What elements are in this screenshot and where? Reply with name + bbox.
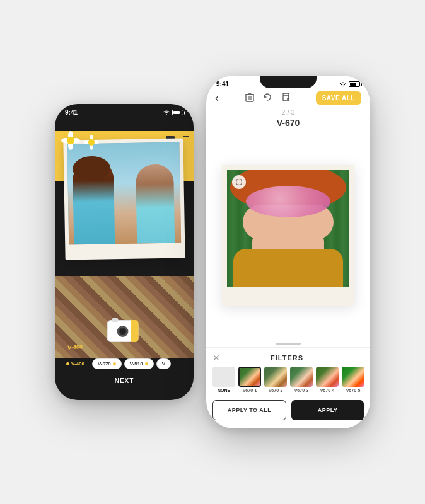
next-button[interactable]: NEXT: [64, 372, 184, 389]
bubble-gum: [246, 186, 330, 217]
right-time: 9:41: [216, 81, 229, 88]
filter-tab-label-2: V-510: [130, 361, 143, 367]
copy-icon[interactable]: [281, 93, 289, 103]
trash-icon[interactable]: [245, 92, 254, 104]
filter-v670-5-label: V670-5: [346, 388, 361, 392]
filters-row: NONE V670-1 V670-2: [212, 367, 364, 392]
filter-v670-4-img: [316, 367, 339, 387]
filter-tab-0[interactable]: V-460: [61, 359, 90, 369]
battery-icon-right: [349, 81, 360, 87]
filter-v670-3[interactable]: V670-3: [290, 367, 313, 392]
filter-none-img: [212, 367, 235, 387]
back-button[interactable]: ‹: [215, 91, 219, 105]
left-notch: [99, 104, 149, 115]
flowers-decoration: [61, 131, 99, 152]
header-left: ‹: [215, 91, 219, 105]
filter-v670-5-img: [342, 367, 364, 387]
right-phone: 9:41 ‹: [206, 76, 370, 428]
apply-to-all-label: APPLY TO ALL: [228, 407, 272, 413]
filter-tab-2[interactable]: V-510: [124, 358, 154, 369]
photo-label: V-460: [67, 343, 83, 351]
header-center: [245, 92, 289, 104]
expand-icon[interactable]: [232, 175, 246, 189]
left-status-icons: [163, 110, 183, 115]
main-photo-area: [206, 132, 370, 339]
filter-v670-3-label: V670-3: [294, 388, 309, 392]
apply-button[interactable]: APPLY: [291, 400, 364, 420]
filters-title: FILTERS: [271, 354, 303, 362]
svg-rect-1: [283, 95, 289, 101]
filter-none[interactable]: NONE: [212, 367, 235, 392]
photo-name: V-670: [206, 118, 370, 128]
left-phone: 9:41: [55, 104, 194, 400]
left-polaroid: [63, 138, 185, 260]
filter-v670-1-label: V670-1: [243, 388, 257, 392]
right-polaroid: [222, 165, 354, 306]
filter-v670-1-img: [238, 367, 261, 387]
right-screen: ‹: [206, 89, 370, 423]
left-polaroid-image: [67, 142, 181, 244]
filter-tabs: V-460 V-670 V-510 V: [61, 358, 187, 369]
filter-tab-1[interactable]: V-670: [92, 358, 122, 369]
main-photo: [227, 170, 349, 287]
filter-tab-label-1: V-670: [98, 361, 111, 367]
save-all-button[interactable]: SAVE ALL: [316, 91, 361, 105]
wifi-icon: [163, 110, 170, 115]
left-screen: V-460 V-460 V-670: [55, 117, 194, 396]
tab-dot-1: [113, 362, 116, 365]
next-label: NEXT: [115, 377, 134, 384]
filter-v670-3-img: [290, 367, 313, 387]
right-status-icons: [339, 81, 360, 87]
scroll-indicator: [276, 343, 301, 345]
right-notch: [260, 76, 317, 88]
filter-v670-2-img: [264, 367, 287, 387]
filter-v670-4[interactable]: V670-4: [316, 367, 339, 392]
filter-v670-1[interactable]: V670-1: [238, 367, 261, 392]
rotate-icon[interactable]: [263, 93, 272, 103]
right-header: ‹: [206, 89, 370, 108]
left-time: 9:41: [65, 109, 78, 116]
filters-close-button[interactable]: ✕: [212, 353, 220, 363]
filter-tab-3[interactable]: V: [156, 358, 171, 369]
wifi-icon-right: [339, 81, 347, 87]
apply-label: APPLY: [318, 407, 338, 413]
action-buttons: APPLY TO ALL APPLY: [206, 396, 370, 423]
filters-header: ✕ FILTERS: [212, 353, 364, 363]
filter-v670-2-label: V670-2: [269, 388, 283, 392]
filter-tab-label-3: V: [162, 361, 165, 367]
apply-to-all-button[interactable]: APPLY TO ALL: [212, 400, 286, 420]
scene: 9:41: [55, 76, 370, 428]
filter-none-label: NONE: [218, 388, 230, 392]
filter-tab-label-0: V-460: [71, 361, 84, 367]
girl-sweater: [233, 249, 343, 287]
camera-icon: [107, 320, 142, 348]
filter-v670-2[interactable]: V670-2: [264, 367, 287, 392]
battery-icon: [172, 110, 183, 115]
tab-dot-0: [66, 362, 69, 365]
filter-v670-4-label: V670-4: [320, 388, 335, 392]
photo-counter: 2 / 3: [206, 108, 370, 117]
tab-dot-2: [145, 362, 148, 365]
filter-v670-5[interactable]: V670-5: [342, 367, 364, 392]
filters-panel: ✕ FILTERS NONE: [206, 347, 370, 396]
